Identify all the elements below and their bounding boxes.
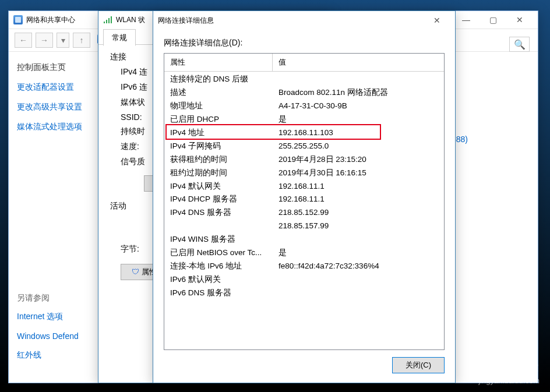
detail-key: 物理地址 [170, 100, 278, 113]
see-also-internet[interactable]: Internet 选项 [17, 312, 89, 322]
shield-icon: 🛡 [132, 267, 139, 276]
detail-value: 255.255.255.0 [278, 140, 438, 153]
detail-row[interactable]: 连接-本地 IPv6 地址fe80::f42d:4a72:7c32:336%4 [164, 260, 444, 273]
detail-key: 租约过期的时间 [170, 167, 278, 180]
detail-key: IPv4 DNS 服务器 [170, 206, 278, 220]
detail-value: 192.168.11.1 [278, 180, 438, 193]
sidebar-link-adapter[interactable]: 更改适配器设置 [17, 82, 89, 93]
minimize-button[interactable]: — [453, 11, 480, 29]
detail-row[interactable]: 获得租约的时间2019年4月28日 23:15:20 [164, 153, 444, 167]
detail-key: 已启用 NetBIOS over Tc... [170, 246, 278, 260]
watermark-url: jingyan.baidu.com [473, 376, 540, 386]
detail-row[interactable]: 租约过期的时间2019年4月30日 16:16:15 [164, 167, 444, 180]
detail-value: 192.168.11.1 [278, 193, 438, 206]
detail-key: IPv4 地址 [170, 126, 278, 140]
detail-value [278, 287, 438, 300]
cp-sidebar: 控制面板主页 更改适配器设置 更改高级共享设置 媒体流式处理选项 另请参阅 In… [9, 52, 97, 383]
detail-title: 网络连接详细信息 [158, 16, 214, 26]
see-also-infrared[interactable]: 红外线 [17, 350, 89, 361]
detail-caption: 网络连接详细信息(D): [164, 38, 445, 48]
col-value[interactable]: 值 [273, 54, 444, 71]
detail-titlebar[interactable]: 网络连接详细信息 ✕ [153, 11, 455, 30]
detail-row[interactable]: IPv4 地址192.168.11.103 [164, 126, 444, 140]
detail-value: fe80::f42d:4a72:7c32:336%4 [278, 260, 438, 273]
detail-key: 获得租约的时间 [170, 153, 278, 167]
forward-button[interactable]: → [36, 33, 53, 48]
detail-key: IPv4 默认网关 [170, 180, 278, 193]
sidebar-link-sharing[interactable]: 更改高级共享设置 [17, 102, 89, 112]
detail-value: Broadcom 802.11n 网络适配器 [278, 86, 438, 100]
see-also-defender[interactable]: Windows Defend [17, 331, 89, 341]
detail-row[interactable]: 已启用 DHCP是 [164, 113, 444, 126]
detail-row[interactable]: 连接特定的 DNS 后缀 [164, 73, 444, 86]
detail-value: 2019年4月30日 16:16:15 [278, 167, 438, 180]
detail-key: 已启用 DHCP [170, 113, 278, 126]
tab-general[interactable]: 常规 [103, 29, 136, 46]
close-button[interactable]: ✕ [506, 11, 533, 29]
detail-value: 2019年4月28日 23:15:20 [278, 153, 438, 167]
signal-icon [103, 15, 112, 24]
detail-key: IPv6 DNS 服务器 [170, 287, 278, 300]
watermark: Baidu 经验 jingyan.baidu.com [473, 358, 540, 386]
see-also-header: 另请参阅 [17, 293, 89, 303]
detail-value: A4-17-31-C0-30-9B [278, 100, 438, 113]
detail-row[interactable]: IPv4 子网掩码255.255.255.0 [164, 140, 444, 153]
detail-row[interactable]: IPv4 WINS 服务器 [164, 233, 444, 246]
close-dialog-button[interactable]: 关闭(C) [392, 357, 445, 373]
detail-row[interactable]: 已启用 NetBIOS over Tc...是 [164, 246, 444, 260]
detail-row[interactable]: 物理地址A4-17-31-C0-30-9B [164, 100, 444, 113]
detail-row[interactable]: IPv4 DHCP 服务器192.168.11.1 [164, 193, 444, 206]
detail-key: IPv4 子网掩码 [170, 140, 278, 153]
cp-title: 网络和共享中心 [26, 15, 75, 25]
detail-row[interactable]: IPv4 默认网关192.168.11.1 [164, 180, 444, 193]
detail-columns[interactable]: 属性 值 [164, 54, 444, 72]
detail-value: 218.85.157.99 [278, 220, 438, 233]
detail-value: 是 [278, 246, 438, 260]
close-button[interactable]: ✕ [424, 12, 450, 29]
back-button[interactable]: ← [15, 33, 32, 48]
watermark-brand: Baidu 经验 [473, 358, 540, 376]
up-button[interactable]: ↑ [73, 33, 90, 48]
detail-key: IPv6 默认网关 [170, 273, 278, 287]
detail-key [170, 220, 278, 233]
detail-row[interactable]: IPv6 DNS 服务器 [164, 287, 444, 300]
network-detail-dialog: 网络连接详细信息 ✕ 网络连接详细信息(D): 属性 值 连接特定的 DNS 后… [153, 10, 456, 383]
search-icon[interactable]: 🔍 [509, 37, 530, 52]
detail-row[interactable]: IPv6 默认网关 [164, 273, 444, 287]
detail-value: 是 [278, 113, 438, 126]
detail-value: 192.168.11.103 [278, 126, 438, 140]
detail-value [278, 273, 438, 287]
sidebar-header[interactable]: 控制面板主页 [17, 62, 89, 73]
wlan-title: WLAN 状 [116, 15, 145, 25]
detail-row[interactable]: IPv4 DNS 服务器218.85.152.99 [164, 206, 444, 220]
detail-key: IPv4 DHCP 服务器 [170, 193, 278, 206]
detail-listview[interactable]: 属性 值 连接特定的 DNS 后缀描述Broadcom 802.11n 网络适配… [164, 53, 445, 350]
col-property[interactable]: 属性 [164, 54, 273, 71]
detail-value: 218.85.152.99 [278, 206, 438, 220]
detail-key: 描述 [170, 86, 278, 100]
detail-row[interactable]: 描述Broadcom 802.11n 网络适配器 [164, 86, 444, 100]
detail-row[interactable]: 218.85.157.99 [164, 220, 444, 233]
detail-key: 连接特定的 DNS 后缀 [170, 73, 278, 86]
detail-value [278, 73, 438, 86]
detail-key: 连接-本地 IPv6 地址 [170, 260, 278, 273]
detail-key: IPv4 WINS 服务器 [170, 233, 278, 246]
sidebar-link-media[interactable]: 媒体流式处理选项 [17, 122, 89, 132]
network-icon [13, 15, 23, 24]
maximize-button[interactable]: ▢ [480, 11, 506, 29]
dropdown-button[interactable]: ▾ [57, 33, 69, 48]
detail-value [278, 233, 438, 246]
